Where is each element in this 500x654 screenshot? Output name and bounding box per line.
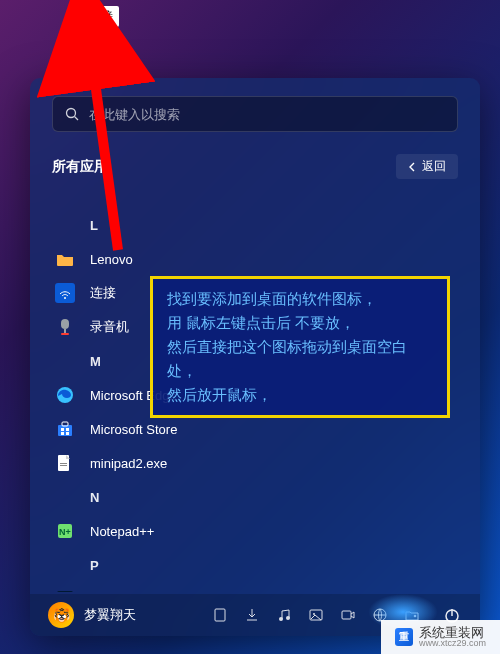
search-icon	[65, 107, 79, 121]
letter-icon	[54, 554, 76, 576]
app-label: 连接	[90, 284, 116, 302]
app-label: minipad2.exe	[90, 456, 167, 471]
wifi-tile-icon	[54, 282, 76, 304]
svg-rect-12	[58, 425, 72, 436]
svg-text:N+: N+	[59, 527, 71, 537]
svg-point-4	[67, 109, 76, 118]
hint-line: 用 鼠标左键点击后 不要放，	[167, 311, 433, 335]
letter-header[interactable]: P	[52, 548, 458, 582]
app-label: Lenovo	[90, 252, 133, 267]
letter-header[interactable]: N	[52, 480, 458, 514]
hint-line: 然后放开鼠标，	[167, 383, 433, 407]
desktop-shortcut-preview: 链接 录音机	[60, 6, 128, 72]
app-label: P	[90, 558, 99, 573]
download-icon[interactable]	[244, 607, 260, 623]
folder-icon	[54, 248, 76, 270]
app-item[interactable]: N+Notepad++	[52, 514, 458, 548]
svg-line-5	[75, 117, 79, 121]
app-label: L	[90, 218, 98, 233]
ps-icon: Ps	[54, 588, 76, 592]
watermark-logo-icon: 重	[395, 628, 413, 646]
letter-icon	[54, 214, 76, 236]
shortcut-arrow-icon	[75, 12, 85, 22]
svg-rect-9	[64, 329, 66, 333]
svg-rect-23	[57, 591, 73, 592]
music-icon[interactable]	[276, 607, 292, 623]
user-name: 梦翼翔天	[84, 606, 136, 624]
back-button[interactable]: 返回	[396, 154, 458, 179]
svg-point-7	[64, 297, 66, 299]
svg-rect-0	[90, 34, 98, 44]
link-tag: 链接	[69, 6, 119, 27]
start-menu: 所有应用 返回 LLenovo连接录音机MMicrosoft EdgeMicro…	[30, 78, 480, 636]
svg-rect-17	[66, 432, 69, 435]
svg-rect-8	[61, 319, 69, 329]
app-label: Microsoft Store	[90, 422, 177, 437]
app-item[interactable]: PsPhotoshop 7.0	[52, 582, 458, 592]
svg-rect-6	[55, 283, 75, 303]
svg-rect-10	[61, 333, 69, 335]
app-item[interactable]: Lenovo	[52, 242, 458, 276]
svg-point-29	[279, 617, 283, 621]
desktop-shortcut-label: 录音机	[60, 55, 128, 72]
link-tag-text: 链接	[89, 8, 113, 25]
picture-icon[interactable]	[308, 607, 324, 623]
svg-point-35	[414, 615, 417, 618]
svg-rect-33	[342, 611, 351, 619]
back-button-label: 返回	[422, 158, 446, 175]
app-label: Notepad++	[90, 524, 154, 539]
store-icon	[54, 418, 76, 440]
search-box[interactable]	[52, 96, 458, 132]
avatar: 🐯	[48, 602, 74, 628]
recorder-icon	[83, 31, 105, 53]
svg-rect-2	[90, 48, 98, 50]
letter-header[interactable]: L	[52, 208, 458, 242]
svg-rect-19	[60, 463, 67, 464]
video-icon[interactable]	[340, 607, 356, 623]
desktop: 链接 录音机 所有应用 返回 LLenovo连接录音机MMicrosoft	[0, 0, 500, 654]
edge-icon	[54, 384, 76, 406]
svg-rect-28	[215, 609, 225, 621]
svg-rect-15	[66, 428, 69, 431]
svg-point-30	[286, 616, 290, 620]
svg-rect-1	[93, 44, 95, 48]
letter-icon	[54, 486, 76, 508]
hint-line: 然后直接把这个图标拖动到桌面空白处，	[167, 335, 433, 383]
user-account[interactable]: 🐯 梦翼翔天	[48, 602, 202, 628]
all-apps-title: 所有应用	[52, 158, 108, 176]
app-label: N	[90, 490, 99, 505]
search-input[interactable]	[87, 106, 445, 123]
recorder-icon	[54, 316, 76, 338]
document-icon[interactable]	[212, 607, 228, 623]
letter-icon	[54, 350, 76, 372]
app-label: 录音机	[90, 318, 129, 336]
hint-line: 找到要添加到桌面的软件图标，	[167, 287, 433, 311]
chevron-left-icon	[408, 162, 416, 172]
svg-rect-20	[60, 465, 67, 466]
watermark-url: www.xtcz29.com	[419, 639, 486, 648]
svg-rect-14	[61, 428, 64, 431]
app-item[interactable]: minipad2.exe	[52, 446, 458, 480]
instruction-callout: 找到要添加到桌面的软件图标， 用 鼠标左键点击后 不要放， 然后直接把这个图标拖…	[150, 276, 450, 418]
exe-icon	[54, 452, 76, 474]
watermark: 重 系统重装网 www.xtcz29.com	[381, 620, 500, 654]
notepadpp-icon: N+	[54, 520, 76, 542]
app-label: Photoshop 7.0	[90, 592, 174, 593]
app-label: M	[90, 354, 101, 369]
svg-rect-16	[61, 432, 64, 435]
